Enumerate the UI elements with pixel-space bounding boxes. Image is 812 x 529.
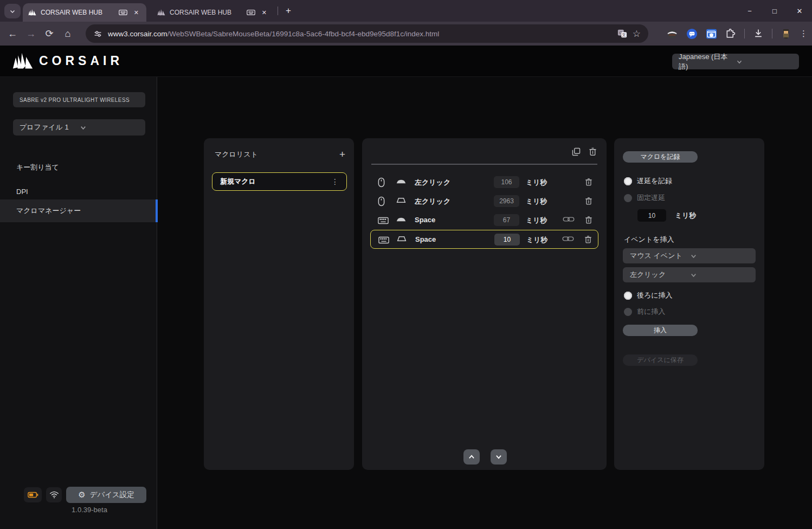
fixed-delay-input[interactable]: 10 xyxy=(637,209,666,222)
address-bar[interactable]: www3.corsair.com/WebSWBeta/SabreMouseBet… xyxy=(86,24,648,43)
corsair-logo-icon xyxy=(12,52,34,70)
event-label: Space xyxy=(415,216,435,224)
sidebar-item-macro-manager[interactable]: マクロマネージャー xyxy=(0,199,157,222)
radio-selected-icon xyxy=(624,292,632,300)
home-button[interactable]: ⌂ xyxy=(59,24,77,43)
wifi-icon xyxy=(49,491,59,499)
new-tab-button[interactable]: + xyxy=(282,4,295,17)
keyboard-icon xyxy=(378,236,389,244)
tab-title: CORSAIR WEB HUB xyxy=(170,9,242,16)
sidebar: SABRE v2 PRO ULTRALIGHT WIRELESS プロファイル … xyxy=(0,77,157,529)
insert-button[interactable]: 挿入 xyxy=(623,325,698,336)
macro-editor-panel: 左クリック 106 ミリ秒 左クリック 2963 ミリ秒 xyxy=(362,138,607,470)
corsair-favicon xyxy=(28,9,36,16)
insert-before-radio[interactable]: 前に挿入 xyxy=(624,307,665,317)
reload-button[interactable]: ⟳ xyxy=(40,24,59,43)
macro-list-title: マクロリスト xyxy=(215,150,339,159)
link-icon[interactable] xyxy=(562,235,574,242)
press-icon xyxy=(395,178,407,185)
delay-input[interactable]: 2963 xyxy=(494,195,519,207)
press-icon xyxy=(395,216,407,223)
delete-macro-icon[interactable] xyxy=(588,147,597,157)
release-icon xyxy=(395,197,407,204)
extension-chat-icon[interactable] xyxy=(686,28,698,40)
tab-separator xyxy=(278,7,278,15)
macro-event-row[interactable]: Space 67 ミリ秒 xyxy=(370,211,598,230)
mouse-icon xyxy=(378,196,385,207)
minimize-button[interactable]: − xyxy=(737,0,762,22)
extensions-puzzle-icon[interactable] xyxy=(725,28,737,40)
record-panel: マクロを記録 遅延を記録 固定遅延 10 ミリ秒 イベントを挿入 マウス イベン… xyxy=(614,138,764,470)
url-text: www3.corsair.com/WebSWBeta/SabreMouseBet… xyxy=(108,30,612,38)
move-event-up-button[interactable] xyxy=(463,449,480,465)
bookmark-star-icon[interactable]: ☆ xyxy=(633,28,641,40)
macro-options-icon[interactable]: ⋮ xyxy=(331,177,339,186)
insert-after-radio[interactable]: 後ろに挿入 xyxy=(624,291,673,300)
chevron-up-icon xyxy=(468,454,475,460)
language-selector[interactable]: Japanese (日本語) xyxy=(672,54,799,69)
event-label: 左クリック xyxy=(415,178,450,188)
tab-close-icon[interactable]: ✕ xyxy=(132,8,141,17)
delete-event-icon[interactable] xyxy=(584,215,593,225)
macro-list-item[interactable]: 新規マクロ ⋮ xyxy=(212,172,347,191)
chevron-down-icon xyxy=(689,271,749,279)
event-label: 左クリック xyxy=(415,197,450,207)
tab-close-icon[interactable]: ✕ xyxy=(260,8,269,17)
events-separator xyxy=(371,164,597,165)
extension-incognito-icon[interactable] xyxy=(666,28,678,40)
radio-unselected-icon xyxy=(624,194,632,202)
delay-input[interactable]: 106 xyxy=(494,176,519,188)
event-action-dropdown[interactable]: 左クリック xyxy=(623,267,756,282)
downloads-icon[interactable] xyxy=(752,28,764,40)
window-controls: − □ ✕ xyxy=(737,0,812,22)
hid-device-icon xyxy=(119,9,127,16)
extension-shield-window-icon[interactable] xyxy=(705,28,717,40)
delete-event-icon[interactable] xyxy=(584,177,593,187)
mouse-icon xyxy=(378,177,385,188)
macro-event-row-selected[interactable]: Space 10 ミリ秒 xyxy=(370,230,598,249)
delay-input[interactable]: 10 xyxy=(494,234,520,246)
close-button[interactable]: ✕ xyxy=(787,0,812,22)
browser-menu-icon[interactable]: ⋮ xyxy=(800,29,808,38)
link-icon[interactable] xyxy=(563,216,575,223)
tab-search-button[interactable] xyxy=(4,4,21,18)
macro-event-row[interactable]: 左クリック 106 ミリ秒 xyxy=(370,173,598,192)
device-settings-button[interactable]: ⚙ デバイス設定 xyxy=(66,487,146,503)
record-delay-radio[interactable]: 遅延を記録 xyxy=(624,176,672,186)
maximize-button[interactable]: □ xyxy=(762,0,787,22)
wireless-status-button[interactable] xyxy=(46,487,62,502)
tab-title: CORSAIR WEB HUB xyxy=(41,9,114,16)
gear-icon: ⚙ xyxy=(78,490,85,500)
svg-text:文: 文 xyxy=(622,33,626,37)
app-version: 1.0.39-beta xyxy=(33,506,146,514)
profile-dropdown[interactable]: プロファイル 1 xyxy=(13,119,145,136)
chevron-down-icon xyxy=(9,8,16,15)
event-type-dropdown[interactable]: マウス イベント xyxy=(623,248,756,263)
fixed-delay-radio[interactable]: 固定遅延 xyxy=(624,193,665,203)
macro-event-row[interactable]: 左クリック 2963 ミリ秒 xyxy=(370,192,598,211)
back-button[interactable]: ← xyxy=(3,24,22,43)
translate-icon[interactable]: G文 xyxy=(617,29,627,38)
fixed-delay-unit: ミリ秒 xyxy=(675,211,697,221)
browser-tab-1[interactable]: CORSAIR WEB HUB ✕ xyxy=(23,3,146,22)
sidebar-item-key-assignment[interactable]: キー割り当て xyxy=(0,156,157,179)
browser-toolbar: ← → ⟳ ⌂ www3.corsair.com/WebSWBeta/Sabre… xyxy=(0,22,812,46)
battery-status-button[interactable] xyxy=(24,487,42,502)
add-macro-button[interactable]: + xyxy=(339,149,345,159)
corsair-favicon xyxy=(157,9,165,16)
delete-event-icon[interactable] xyxy=(584,196,593,206)
save-to-device-button[interactable]: デバイスに保存 xyxy=(623,354,698,366)
duplicate-macro-icon[interactable] xyxy=(571,147,581,157)
browser-tab-2[interactable]: CORSAIR WEB HUB ✕ xyxy=(152,3,274,22)
forward-button[interactable]: → xyxy=(22,24,40,43)
profile-avatar[interactable] xyxy=(780,28,792,40)
move-event-down-button[interactable] xyxy=(491,449,507,465)
record-macro-button[interactable]: マクロを記録 xyxy=(623,151,698,163)
delete-event-icon[interactable] xyxy=(584,235,592,244)
insert-event-label: イベントを挿入 xyxy=(624,235,674,244)
macro-name: 新規マクロ xyxy=(220,177,331,186)
site-settings-icon[interactable] xyxy=(93,29,102,38)
app-header: CORSAIR Japanese (日本語) xyxy=(0,46,812,77)
chevron-down-icon xyxy=(495,454,502,460)
delay-input[interactable]: 67 xyxy=(494,214,519,226)
